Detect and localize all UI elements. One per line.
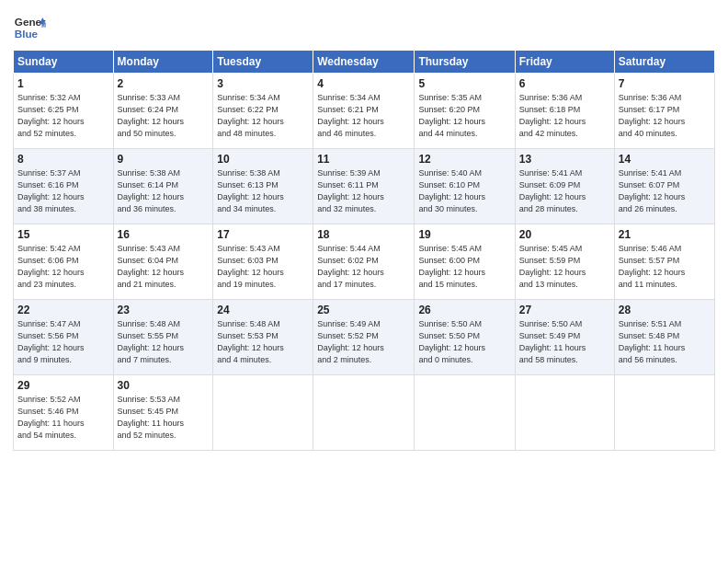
day-number: 14	[619, 153, 711, 166]
calendar-cell	[213, 375, 313, 451]
day-number: 12	[418, 153, 510, 166]
day-info: Sunrise: 5:38 AM Sunset: 6:14 PM Dayligh…	[118, 167, 210, 215]
calendar-cell: 18Sunrise: 5:44 AM Sunset: 6:02 PM Dayli…	[313, 224, 415, 300]
day-number: 18	[317, 228, 410, 241]
weekday-friday: Friday	[515, 51, 614, 74]
day-info: Sunrise: 5:34 AM Sunset: 6:21 PM Dayligh…	[317, 92, 410, 140]
day-info: Sunrise: 5:49 AM Sunset: 5:52 PM Dayligh…	[317, 318, 410, 366]
day-number: 30	[118, 379, 210, 392]
day-info: Sunrise: 5:40 AM Sunset: 6:10 PM Dayligh…	[418, 167, 510, 215]
day-number: 24	[217, 304, 309, 316]
day-number: 2	[118, 77, 210, 90]
page-header: General Blue	[13, 9, 715, 42]
calendar-cell: 21Sunrise: 5:46 AM Sunset: 5:57 PM Dayli…	[614, 224, 714, 300]
calendar-cell: 5Sunrise: 5:35 AM Sunset: 6:20 PM Daylig…	[415, 74, 515, 149]
calendar-cell: 4Sunrise: 5:34 AM Sunset: 6:21 PM Daylig…	[313, 74, 415, 149]
calendar-cell: 24Sunrise: 5:48 AM Sunset: 5:53 PM Dayli…	[213, 300, 313, 375]
calendar-cell	[515, 375, 614, 451]
day-number: 15	[17, 228, 109, 241]
weekday-saturday: Saturday	[614, 51, 714, 74]
day-number: 11	[317, 153, 410, 166]
calendar-cell: 27Sunrise: 5:50 AM Sunset: 5:49 PM Dayli…	[515, 300, 614, 375]
day-number: 26	[418, 304, 510, 316]
day-info: Sunrise: 5:39 AM Sunset: 6:11 PM Dayligh…	[317, 167, 410, 215]
calendar-body: 1Sunrise: 5:32 AM Sunset: 6:25 PM Daylig…	[14, 74, 715, 451]
day-info: Sunrise: 5:37 AM Sunset: 6:16 PM Dayligh…	[17, 167, 109, 215]
day-info: Sunrise: 5:47 AM Sunset: 5:56 PM Dayligh…	[17, 318, 109, 366]
day-info: Sunrise: 5:50 AM Sunset: 5:50 PM Dayligh…	[418, 318, 510, 366]
calendar-cell: 11Sunrise: 5:39 AM Sunset: 6:11 PM Dayli…	[313, 149, 415, 224]
day-info: Sunrise: 5:32 AM Sunset: 6:25 PM Dayligh…	[17, 92, 109, 140]
calendar-cell: 8Sunrise: 5:37 AM Sunset: 6:16 PM Daylig…	[14, 149, 114, 224]
day-number: 9	[118, 153, 210, 166]
week-row-4: 22Sunrise: 5:47 AM Sunset: 5:56 PM Dayli…	[14, 300, 715, 375]
day-number: 27	[519, 304, 610, 316]
calendar-cell: 28Sunrise: 5:51 AM Sunset: 5:48 PM Dayli…	[614, 300, 714, 375]
week-row-5: 29Sunrise: 5:52 AM Sunset: 5:46 PM Dayli…	[14, 375, 715, 451]
calendar-cell: 7Sunrise: 5:36 AM Sunset: 6:17 PM Daylig…	[614, 74, 714, 149]
day-info: Sunrise: 5:42 AM Sunset: 6:06 PM Dayligh…	[17, 243, 109, 291]
day-number: 25	[317, 304, 410, 316]
calendar-cell: 22Sunrise: 5:47 AM Sunset: 5:56 PM Dayli…	[14, 300, 114, 375]
day-number: 20	[519, 228, 610, 241]
day-number: 28	[619, 304, 711, 316]
day-info: Sunrise: 5:41 AM Sunset: 6:09 PM Dayligh…	[519, 167, 610, 215]
calendar-cell: 20Sunrise: 5:45 AM Sunset: 5:59 PM Dayli…	[515, 224, 614, 300]
day-number: 19	[418, 228, 510, 241]
day-number: 17	[217, 228, 309, 241]
calendar-cell	[313, 375, 415, 451]
day-info: Sunrise: 5:52 AM Sunset: 5:46 PM Dayligh…	[17, 394, 109, 442]
day-info: Sunrise: 5:48 AM Sunset: 5:55 PM Dayligh…	[118, 318, 210, 366]
weekday-thursday: Thursday	[415, 51, 515, 74]
day-number: 10	[217, 153, 309, 166]
day-number: 3	[217, 77, 309, 90]
week-row-2: 8Sunrise: 5:37 AM Sunset: 6:16 PM Daylig…	[14, 149, 715, 224]
calendar-cell: 16Sunrise: 5:43 AM Sunset: 6:04 PM Dayli…	[113, 224, 213, 300]
calendar-cell: 6Sunrise: 5:36 AM Sunset: 6:18 PM Daylig…	[515, 74, 614, 149]
calendar-cell: 17Sunrise: 5:43 AM Sunset: 6:03 PM Dayli…	[213, 224, 313, 300]
weekday-monday: Monday	[113, 51, 213, 74]
day-number: 22	[17, 304, 109, 316]
logo-icon: General Blue	[13, 9, 46, 42]
calendar-cell: 9Sunrise: 5:38 AM Sunset: 6:14 PM Daylig…	[113, 149, 213, 224]
calendar-cell: 2Sunrise: 5:33 AM Sunset: 6:24 PM Daylig…	[113, 74, 213, 149]
day-info: Sunrise: 5:44 AM Sunset: 6:02 PM Dayligh…	[317, 243, 410, 291]
day-info: Sunrise: 5:45 AM Sunset: 6:00 PM Dayligh…	[418, 243, 510, 291]
day-info: Sunrise: 5:41 AM Sunset: 6:07 PM Dayligh…	[619, 167, 711, 215]
day-number: 8	[17, 153, 109, 166]
calendar-cell	[415, 375, 515, 451]
calendar-cell: 12Sunrise: 5:40 AM Sunset: 6:10 PM Dayli…	[415, 149, 515, 224]
calendar-cell: 13Sunrise: 5:41 AM Sunset: 6:09 PM Dayli…	[515, 149, 614, 224]
calendar-table: SundayMondayTuesdayWednesdayThursdayFrid…	[13, 50, 715, 451]
day-info: Sunrise: 5:34 AM Sunset: 6:22 PM Dayligh…	[217, 92, 309, 140]
day-info: Sunrise: 5:50 AM Sunset: 5:49 PM Dayligh…	[519, 318, 610, 366]
calendar-cell: 3Sunrise: 5:34 AM Sunset: 6:22 PM Daylig…	[213, 74, 313, 149]
calendar-cell: 1Sunrise: 5:32 AM Sunset: 6:25 PM Daylig…	[14, 74, 114, 149]
calendar-cell: 23Sunrise: 5:48 AM Sunset: 5:55 PM Dayli…	[113, 300, 213, 375]
calendar-cell: 14Sunrise: 5:41 AM Sunset: 6:07 PM Dayli…	[614, 149, 714, 224]
day-number: 21	[619, 228, 711, 241]
day-info: Sunrise: 5:35 AM Sunset: 6:20 PM Dayligh…	[418, 92, 510, 140]
calendar-cell: 30Sunrise: 5:53 AM Sunset: 5:45 PM Dayli…	[113, 375, 213, 451]
day-info: Sunrise: 5:53 AM Sunset: 5:45 PM Dayligh…	[118, 394, 210, 442]
day-info: Sunrise: 5:36 AM Sunset: 6:17 PM Dayligh…	[619, 92, 711, 140]
day-info: Sunrise: 5:33 AM Sunset: 6:24 PM Dayligh…	[118, 92, 210, 140]
day-info: Sunrise: 5:38 AM Sunset: 6:13 PM Dayligh…	[217, 167, 309, 215]
week-row-1: 1Sunrise: 5:32 AM Sunset: 6:25 PM Daylig…	[14, 74, 715, 149]
day-number: 1	[17, 77, 109, 90]
weekday-sunday: Sunday	[14, 51, 114, 74]
calendar-cell: 25Sunrise: 5:49 AM Sunset: 5:52 PM Dayli…	[313, 300, 415, 375]
week-row-3: 15Sunrise: 5:42 AM Sunset: 6:06 PM Dayli…	[14, 224, 715, 300]
day-number: 4	[317, 77, 410, 90]
day-number: 6	[519, 77, 610, 90]
day-number: 16	[118, 228, 210, 241]
day-number: 7	[619, 77, 711, 90]
calendar-cell	[614, 375, 714, 451]
weekday-wednesday: Wednesday	[313, 51, 415, 74]
calendar-cell: 26Sunrise: 5:50 AM Sunset: 5:50 PM Dayli…	[415, 300, 515, 375]
day-info: Sunrise: 5:43 AM Sunset: 6:03 PM Dayligh…	[217, 243, 309, 291]
weekday-tuesday: Tuesday	[213, 51, 313, 74]
weekday-header-row: SundayMondayTuesdayWednesdayThursdayFrid…	[14, 51, 715, 74]
svg-text:Blue: Blue	[15, 28, 39, 40]
calendar-cell: 19Sunrise: 5:45 AM Sunset: 6:00 PM Dayli…	[415, 224, 515, 300]
